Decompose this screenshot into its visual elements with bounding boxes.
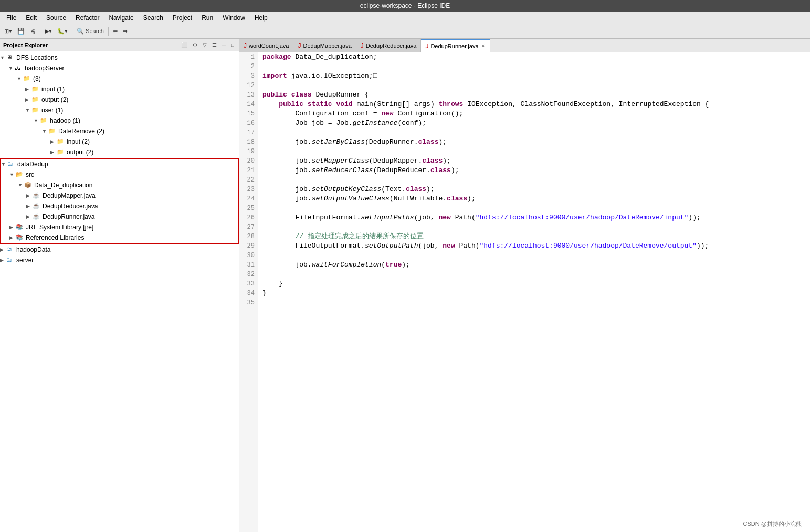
toolbar-search-btn[interactable]: 🔍 Search (75, 27, 106, 36)
icon-jre: 📚 (16, 224, 24, 231)
arrow-dateremove: ▼ (42, 129, 48, 134)
arrow-dfs: ▼ (0, 55, 6, 60)
menu-bar: File Edit Source Refactor Navigate Searc… (0, 12, 810, 24)
tree-item-output2b[interactable]: ▶ 📁 output (2) (0, 147, 239, 157)
panel-minimize-btn[interactable]: ⬜ (180, 41, 189, 48)
code-line-28: // 指定处理完成之后的结果所保存的位置 (262, 232, 806, 241)
tab-dedupreducer[interactable]: J DedupReducer.java (356, 39, 422, 52)
tree-item-hadoopdata[interactable]: ▶ 🗂 hadoopData (0, 244, 239, 255)
label-reflibs: Referenced Libraries (26, 234, 84, 241)
tab-dedupmapper[interactable]: J DedupMapper.java (293, 39, 356, 52)
toolbar-new-btn[interactable]: ⊞▾ (2, 27, 14, 36)
ln-29: 29 (243, 241, 255, 251)
tree-item-jre[interactable]: ▶ 📚 JRE System Library [jre] (1, 222, 238, 232)
code-line-33: } (262, 279, 806, 289)
menu-help[interactable]: Help (250, 13, 272, 23)
code-line-19 (262, 147, 806, 156)
ln-18: 18 (243, 137, 255, 147)
tab-icon-deduprunner: J (425, 42, 428, 50)
tree-item-reflibs[interactable]: ▶ 📚 Referenced Libraries (1, 232, 238, 243)
panel-minimize2-btn[interactable]: ─ (220, 41, 227, 48)
ln-35: 35 (243, 298, 255, 307)
tree-item-dfs[interactable]: ▼ 🖥 DFS Locations (0, 52, 239, 63)
ln-12: 12 (243, 81, 255, 90)
icon-dateremove: 📁 (48, 127, 57, 135)
icon-user1: 📁 (31, 107, 40, 114)
menu-search[interactable]: Search (139, 13, 167, 23)
tab-label-dedupmapper: DedupMapper.java (303, 42, 351, 49)
main-layout: Project Explorer ⬜ ⚙ ▽ ☰ ─ □ ▼ 🖥 DFS Loc… (0, 39, 810, 532)
tab-deduprunner[interactable]: J DedupRunner.java × (421, 39, 490, 52)
code-line-16: Job job = Job.getInstance(conf); (262, 119, 806, 128)
label-dataduplication: Data_De_duplication (34, 182, 92, 189)
panel-menu-btn[interactable]: ☰ (211, 41, 218, 48)
tree-item-dataduplication[interactable]: ▼ 📦 Data_De_duplication (1, 180, 238, 190)
toolbar-sep1 (40, 27, 40, 36)
tree-item-dedupmapper[interactable]: ▶ ☕ DedupMapper.java (1, 190, 238, 201)
menu-source[interactable]: Source (42, 13, 70, 23)
ln-3: 3 (243, 71, 255, 81)
icon-dfs: 🖥 (6, 54, 15, 61)
tree-item-deduprunner[interactable]: ▶ ☕ DedupRunner.java (1, 211, 238, 222)
tree-item-hadoop1[interactable]: ▼ 📁 hadoop (1) (0, 115, 239, 126)
label-dedupreducer: DedupReducer.java (43, 203, 98, 210)
tree-item-3[interactable]: ▼ 📁 (3) (0, 73, 239, 84)
label-deduprunner: DedupRunner.java (43, 213, 94, 220)
code-content[interactable]: package Data_De_duplication; import java… (258, 52, 810, 532)
tab-close-deduprunner[interactable]: × (481, 43, 486, 49)
panel-filter-btn[interactable]: ▽ (201, 41, 208, 48)
code-line-32 (262, 270, 806, 279)
title-text: eclipse-workspace - Eclipse IDE (360, 2, 450, 9)
label-dateremove: DateRemove (2) (58, 127, 104, 135)
menu-refactor[interactable]: Refactor (71, 13, 103, 23)
tab-label-wordcount: wordCount.java (249, 42, 289, 49)
icon-output2b: 📁 (57, 148, 65, 156)
arrow-input2: ▶ (50, 139, 57, 144)
tree-item-user1[interactable]: ▼ 📁 user (1) (0, 105, 239, 115)
tree-item-input1[interactable]: ▶ 📁 input (1) (0, 84, 239, 94)
tree-item-datadedup[interactable]: ▼ 🗂 dataDedup (1, 159, 238, 169)
tree-item-input2[interactable]: ▶ 📁 input (2) (0, 136, 239, 147)
menu-edit[interactable]: Edit (22, 13, 41, 23)
tree-item-server[interactable]: ▶ 🗂 server (0, 255, 239, 265)
code-line-34: } (262, 289, 806, 298)
arrow-dataduplication: ▼ (18, 183, 24, 188)
panel-settings-btn[interactable]: ⚙ (191, 41, 199, 48)
menu-project[interactable]: Project (169, 13, 196, 23)
label-input2: input (2) (67, 138, 90, 145)
status-bar: CSDN @拼搏的小浣熊 (743, 520, 802, 528)
label-user1: user (1) (41, 107, 63, 114)
toolbar-print-btn[interactable]: 🖨 (28, 27, 38, 36)
menu-file[interactable]: File (2, 13, 20, 23)
tree-item-hadoopserver[interactable]: ▼ 🖧 hadoopServer (0, 63, 239, 73)
label-output2b: output (2) (67, 148, 93, 156)
code-line-26: FileInputFormat.setInputPaths(job, new P… (262, 213, 806, 222)
toolbar-debug-btn[interactable]: 🐛▾ (55, 27, 70, 36)
code-line-21: job.setReducerClass(DedupReducer.class); (262, 166, 806, 175)
arrow-server: ▶ (0, 258, 6, 263)
icon-hadoopdata: 🗂 (6, 246, 15, 253)
label-hadoopdata: hadoopData (16, 246, 50, 253)
label-src: src (26, 171, 34, 178)
menu-navigate[interactable]: Navigate (104, 13, 138, 23)
panel-close-btn[interactable]: □ (229, 41, 236, 48)
tree-item-output2[interactable]: ▶ 📁 output (2) (0, 94, 239, 105)
arrow-hadoopserver: ▼ (8, 66, 15, 71)
toolbar-save-btn[interactable]: 💾 (15, 27, 27, 36)
code-line-31: job.waitForCompletion(true); (262, 260, 806, 270)
ln-1: 1 (243, 52, 255, 62)
icon-dedupmapper: ☕ (33, 192, 41, 199)
tree-item-dateremove[interactable]: ▼ 📁 DateRemove (2) (0, 126, 239, 136)
tree-view[interactable]: ▼ 🖥 DFS Locations ▼ 🖧 hadoopServer ▼ 📁 (… (0, 51, 239, 532)
toolbar-back-btn[interactable]: ⬅ (111, 27, 120, 36)
menu-window[interactable]: Window (218, 13, 249, 23)
ln-34: 34 (243, 289, 255, 298)
code-editor[interactable]: 1 2 3 12 13 14 15 16 17 18 19 20 21 22 2… (239, 52, 810, 532)
tree-item-src[interactable]: ▼ 📂 src (1, 169, 238, 180)
tab-wordcount[interactable]: J wordCount.java (239, 39, 293, 52)
tree-item-dedupreducer[interactable]: ▶ ☕ DedupReducer.java (1, 201, 238, 211)
arrow-hadoop1: ▼ (34, 118, 40, 123)
toolbar-run-btn[interactable]: ▶▾ (43, 27, 54, 36)
menu-run[interactable]: Run (197, 13, 217, 23)
toolbar-forward-btn[interactable]: ➡ (121, 27, 130, 36)
